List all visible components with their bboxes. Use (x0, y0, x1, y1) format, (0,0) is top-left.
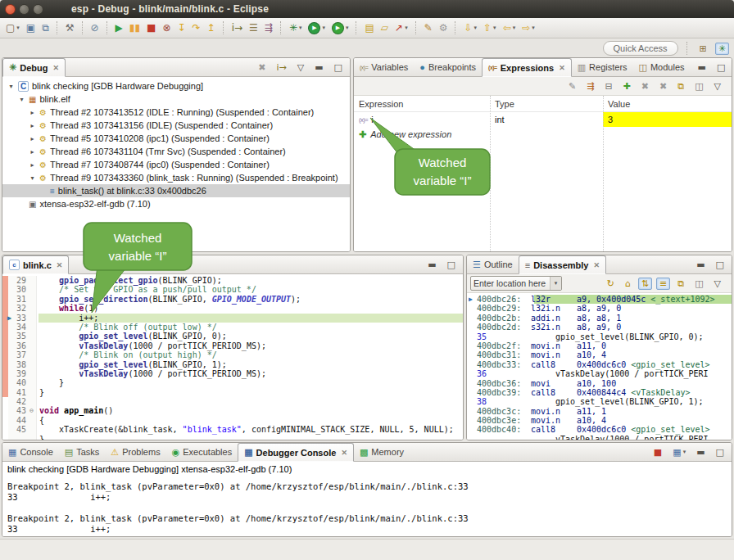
maximize-icon[interactable]: □ (444, 259, 459, 271)
dropdown-arrow-icon[interactable]: ▾ (532, 25, 535, 31)
add-expression-icon[interactable]: ✚ (620, 80, 634, 93)
minimize-icon[interactable]: ▬ (693, 259, 708, 271)
disassembly-content[interactable]: ▶400dbc26:l32ra9, 0x400d045c <_stext+109… (467, 293, 732, 440)
code-line[interactable]: 40 } (2, 378, 463, 387)
minimize-icon[interactable]: ▬ (311, 61, 326, 74)
minimize-icon[interactable]: ▬ (424, 259, 439, 271)
build-button[interactable]: ⚒ (63, 21, 77, 34)
remove-all-expressions-icon[interactable]: ✖ (656, 80, 670, 93)
column-header-expression[interactable]: Expression (354, 99, 490, 109)
disassembly-line[interactable]: 400dbc33:call80x400dc6c0 <gpio_set_level… (467, 360, 732, 369)
tab-blink-c[interactable]: cblink.c✕ (2, 255, 69, 274)
tree-expander-icon[interactable]: ▸ (29, 122, 36, 129)
dropdown-arrow-icon[interactable]: ▾ (493, 25, 496, 31)
combo-dropdown-icon[interactable]: ▾ (550, 277, 561, 290)
close-tab-icon[interactable]: ✕ (57, 261, 63, 269)
instruction-stepping-button[interactable]: i→ (229, 21, 245, 34)
tab-registers[interactable]: ▥Registers (572, 58, 633, 76)
disassembly-line[interactable]: 400dbc2d:s32i.na8, a9, 0 (467, 323, 732, 332)
code-line[interactable]: 34 /* Blink off (output low) */ (2, 323, 463, 332)
tree-expander-icon[interactable]: ▾ (18, 96, 25, 103)
disassembly-line[interactable]: 400dbc40:call80x400dc6c0 <gpio_set_level… (467, 425, 732, 434)
dropdown-arrow-icon[interactable]: ▾ (474, 25, 478, 31)
tree-expander-icon[interactable]: ▸ (29, 161, 36, 169)
maximize-icon[interactable]: □ (714, 61, 728, 74)
column-header-type[interactable]: Type (490, 99, 603, 109)
remove-all-terminated-icon[interactable]: ✖ (255, 61, 269, 74)
show-view-management-button[interactable]: ☰ (247, 21, 261, 34)
debug-tree-item[interactable]: ≡blink_task() at blink.c:33 0x400dbc26 (2, 184, 350, 197)
minimize-icon[interactable]: ▬ (693, 446, 708, 458)
build-settings-button[interactable]: ⚙ (437, 21, 451, 34)
open-perspective-button[interactable]: ⊞ (696, 43, 710, 55)
go-to-annotation-button[interactable]: ⇧▾ (481, 21, 499, 34)
view-menu-icon[interactable]: ▽ (711, 80, 724, 93)
forward-button[interactable]: ⇨▾ (519, 21, 537, 34)
tree-expander-icon[interactable]: ▾ (7, 83, 15, 90)
tab-executables[interactable]: ◉Executables (166, 443, 238, 461)
terminate-icon[interactable]: ■ (650, 446, 665, 458)
open-resource-button[interactable]: ▱ (378, 21, 391, 34)
disassembly-line[interactable]: 36vTaskDelay(1000 / portTICK_PERI (467, 369, 732, 378)
debug-button[interactable]: ✳▾ (287, 21, 305, 34)
dropdown-arrow-icon[interactable]: ▾ (513, 25, 516, 31)
console-output[interactable]: blink checking [GDB Hardware Debugging] … (2, 462, 732, 536)
tab-console[interactable]: ▦Console (2, 443, 59, 461)
debug-tree-item[interactable]: ▾▦blink.elf (2, 93, 350, 106)
tree-expander-icon[interactable]: ▾ (29, 174, 36, 182)
step-over-button[interactable]: ↷ (190, 21, 203, 34)
dropdown-arrow-icon[interactable]: ▾ (346, 25, 349, 31)
home-icon[interactable]: ⌂ (622, 278, 634, 290)
disassembly-line[interactable]: 400dbc36:movia10, 100 (467, 379, 732, 388)
debug-tree-item[interactable]: ▸⚙Thread #6 1073431104 (Tmr Svc) (Suspen… (2, 145, 350, 158)
edit-step-filters-button[interactable]: ⇶ (262, 21, 275, 34)
dropdown-arrow-icon[interactable]: ▾ (16, 25, 20, 31)
run-button[interactable]: ▶▾ (306, 20, 328, 36)
open-new-view-icon[interactable]: ⧉ (674, 278, 687, 290)
debug-tree-item[interactable]: ▣xtensa-esp32-elf-gdb (7.10) (2, 197, 350, 210)
step-return-button[interactable]: ↥ (205, 21, 218, 34)
skip-all-breakpoints-button[interactable]: ⊘ (88, 21, 102, 34)
disassembly-line[interactable]: 400dbc2b:addi.na8, a8, 1 (467, 314, 732, 323)
code-line[interactable]: 45 xTaskCreate(&blink_task, "blink_task"… (2, 425, 463, 434)
fold-collapse-icon[interactable]: ⊖ (29, 406, 37, 415)
close-tab-icon[interactable]: ✕ (52, 64, 59, 72)
code-line[interactable]: 36 vTaskDelay(1000 / portTICK_PERIOD_MS)… (2, 341, 463, 350)
tab-disassembly[interactable]: ≡Disassembly✕ (519, 255, 606, 274)
maximize-icon[interactable]: □ (713, 446, 727, 458)
debug-perspective-button[interactable]: ✳ (715, 43, 729, 55)
disassembly-line[interactable]: 400dbc3c:movi.na11, 1 (467, 407, 732, 416)
disconnect-button[interactable]: ⊗ (160, 21, 173, 34)
disassembly-line[interactable]: 400dbc2f:movi.na11, 0 (467, 341, 732, 350)
tree-expander-icon[interactable]: ▸ (29, 135, 36, 142)
new-wizard-button[interactable]: ▢▾ (3, 21, 22, 34)
debug-tree-item[interactable]: ▾Cblink checking [GDB Hardware Debugging… (2, 79, 350, 93)
disassembly-line[interactable]: vTaskDelay(1000 / portTICK_PERI (467, 435, 732, 440)
disassembly-line[interactable]: 35gpio_set_level(BLINK_GPIO, 0); (467, 332, 732, 341)
refresh-icon[interactable]: ↻ (604, 278, 618, 290)
code-line[interactable]: 43⊖void app_main() (2, 406, 463, 415)
disassembly-line[interactable]: 400dbc31:movi.na10, 4 (467, 350, 732, 359)
debug-tree-item[interactable]: ▸⚙Thread #5 1073410208 (ipc1) (Suspended… (2, 132, 350, 145)
resume-button[interactable]: ▶ (113, 21, 125, 34)
step-into-button[interactable]: ↧ (174, 21, 188, 34)
code-line[interactable]: 42 (2, 397, 463, 406)
debug-tree-item[interactable]: ▾⚙Thread #9 1073433360 (blink_task : Run… (2, 171, 350, 184)
disassembly-line[interactable]: 38gpio_set_level(BLINK_GPIO, 1); (467, 397, 732, 406)
minimize-button[interactable] (19, 4, 29, 15)
suspend-button[interactable]: ▮▮ (127, 21, 143, 34)
sync-with-context-icon[interactable]: ⇅ (638, 278, 652, 290)
disassembly-line[interactable]: 400dbc29:l32i.na8, a9, 0 (467, 304, 732, 313)
show-logical-structures-icon[interactable]: ⇶ (583, 80, 597, 93)
code-line[interactable]: 44{ (2, 416, 463, 425)
disassembly-line[interactable]: 400dbc39:call80x400844c4 <vTaskDelay> (467, 388, 732, 397)
tab-memory[interactable]: ▩Memory (354, 443, 410, 461)
view-menu-icon[interactable]: ▽ (711, 278, 724, 290)
disassembly-line[interactable]: ▶400dbc26:l32ra9, 0x400d045c <_stext+109… (467, 295, 732, 304)
terminate-button[interactable]: ■ (144, 21, 158, 34)
instruction-stepping-mode-icon[interactable]: i→ (273, 61, 289, 74)
close-tab-icon[interactable]: ✕ (559, 64, 565, 72)
close-button[interactable] (5, 4, 16, 15)
close-tab-icon[interactable]: ✕ (341, 449, 347, 457)
dropdown-arrow-icon[interactable]: ▾ (299, 25, 302, 31)
